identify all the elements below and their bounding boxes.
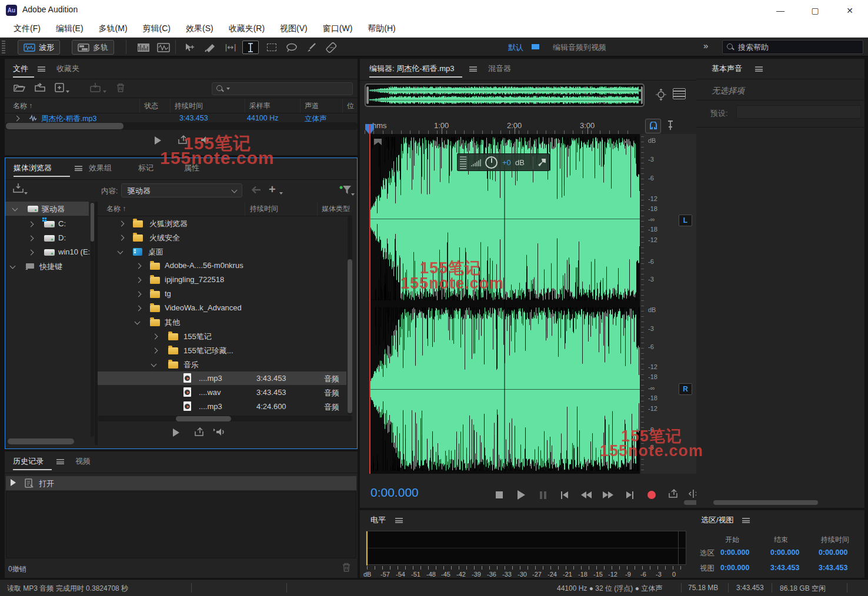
tab-video[interactable]: 视频 [75,456,91,467]
toolbar-overflow-chevrons[interactable]: » [703,41,708,51]
media-file-row[interactable]: ....mp3 3:43.453 音频 [98,371,346,385]
tab-media-browser[interactable]: 媒体浏览器 [14,163,52,173]
files-panel-menu-icon[interactable] [38,66,45,72]
hud-gain-value[interactable]: +0 [502,158,511,167]
col-duration[interactable]: 持续时间 [250,204,278,214]
view-duration-value[interactable]: 3:43.453 [819,564,847,572]
tab-mixer[interactable]: 混音器 [488,63,511,74]
media-play-button[interactable] [173,428,179,437]
slip-tool[interactable]: |↔| [222,41,239,54]
tree-item-drive-e[interactable]: win10 (E: [5,245,89,259]
workspace-selector[interactable]: 默认 [508,42,523,53]
tree-item-folder[interactable]: 155笔记 [98,329,346,343]
import-file-button[interactable] [33,82,47,95]
selection-start-value[interactable]: 0:00.000 [720,548,749,557]
tree-item-shortcuts[interactable]: 快捷键 [5,259,89,273]
files-play-button[interactable] [155,136,161,145]
content-dropdown[interactable]: 驱动器 [121,183,242,197]
list-hscroll-thumb[interactable] [176,416,231,421]
volume-hud[interactable]: +0 dB [457,153,550,171]
tree-item-folder[interactable]: Adobe-A....56-m0nkrus [98,259,346,273]
col-bits[interactable]: 位 [347,101,354,111]
hud-pin-icon[interactable] [538,159,546,166]
tree-item-folder[interactable]: tg [98,287,346,301]
playhead-line[interactable] [369,125,370,474]
col-samplerate[interactable]: 采样率 [249,101,271,111]
move-tool[interactable] [181,41,198,54]
fast-forward-button[interactable] [599,488,617,502]
razor-tool[interactable] [202,41,219,54]
menu-clip[interactable]: 剪辑(C) [135,24,178,34]
multitrack-view-button[interactable]: 多轨 [72,40,114,55]
zoom-navigate-icon[interactable] [653,88,669,104]
tab-selection-view[interactable]: 选区/视图 [701,515,734,525]
help-search-input[interactable] [738,43,844,52]
right-channel-badge[interactable]: R [679,383,692,395]
media-file-row[interactable]: ....wav 3:43.453 音频 [98,386,346,399]
media-export-button[interactable] [193,427,205,439]
menu-window[interactable]: 窗口(W) [315,24,360,34]
preset-dropdown[interactable] [736,105,861,119]
chevron-right-icon[interactable] [136,292,142,297]
rewind-button[interactable] [577,488,595,502]
tree-item-folder[interactable]: 155笔记珍藏... [98,343,346,357]
tab-editor[interactable]: 编辑器: 周杰伦-稻香.mp3 [369,63,454,74]
chevron-down-icon[interactable] [151,362,156,367]
tab-effects-rack[interactable]: 效果组 [89,163,112,173]
chevron-down-icon[interactable] [12,206,18,212]
col-status[interactable]: 状态 [144,101,158,111]
tree-item-drives[interactable]: 驱动器 [5,202,89,216]
marquee-selection-tool[interactable] [263,41,280,54]
view-start-value[interactable]: 0:00.000 [720,564,749,572]
tree-item-folder[interactable]: 火狐浏览器 [98,216,346,230]
col-type[interactable]: 媒体类型 [322,204,350,214]
chevron-down-icon[interactable] [10,264,15,269]
col-name[interactable]: 名称 ↑ [13,101,32,111]
chevron-down-icon[interactable] [118,249,123,255]
editor-panel-menu-icon[interactable] [469,66,477,72]
levels-panel-menu-icon[interactable] [395,518,403,523]
waveform-canvas[interactable] [369,135,640,473]
chevron-right-icon[interactable] [136,263,142,269]
tab-favorites[interactable]: 收藏夹 [56,63,79,74]
tab-files[interactable]: 文件 [13,63,28,74]
chevron-right-icon[interactable] [29,222,34,227]
play-button[interactable] [512,488,530,502]
spectral-display-tool[interactable] [135,41,152,54]
menu-multitrack[interactable]: 多轨(M) [91,24,135,34]
tree-hscroll-thumb[interactable] [8,438,74,444]
editor-options-icon[interactable] [673,88,686,99]
skip-to-end-button[interactable] [621,488,639,502]
open-file-button[interactable] [13,82,26,95]
tab-essential-sound[interactable]: 基本声音 [712,63,742,74]
help-search-box[interactable] [722,40,863,54]
spot-healing-brush-tool[interactable] [323,41,340,54]
toolbar-grip[interactable] [2,41,5,53]
col-duration[interactable]: 持续时间 [175,101,203,111]
chevron-right-icon[interactable] [136,306,142,311]
chevron-right-icon[interactable] [119,221,125,226]
filter-button[interactable] [339,184,352,197]
tab-markers[interactable]: 标记 [138,163,153,173]
essential-sound-menu-icon[interactable] [755,66,763,72]
menu-help[interactable]: 帮助(H) [360,24,403,34]
menu-file[interactable]: 文件(F) [6,24,48,34]
add-shortcut-button[interactable]: + [269,183,276,196]
history-panel-menu-icon[interactable] [56,459,64,464]
tree-vscroll-thumb[interactable] [91,203,94,242]
new-file-button[interactable] [54,82,66,95]
history-trash-button[interactable] [341,562,352,574]
expand-chevron-icon[interactable] [15,116,20,121]
selection-view-menu-icon[interactable] [742,518,750,523]
snap-toggle-button[interactable] [645,119,661,133]
back-button[interactable] [250,185,262,196]
tree-item-drive-c[interactable]: C: [5,217,89,231]
overview-canvas[interactable] [369,86,641,105]
selection-end-value[interactable]: 0:00.000 [770,548,799,557]
col-channels[interactable]: 声道 [305,101,319,111]
stop-button[interactable] [490,488,508,502]
menu-effects[interactable]: 效果(S) [178,24,221,34]
playhead-time-display[interactable]: 0:00.000 [370,485,419,500]
time-selection-tool[interactable] [242,41,259,54]
essential-hscroll-thumb[interactable] [713,500,818,505]
